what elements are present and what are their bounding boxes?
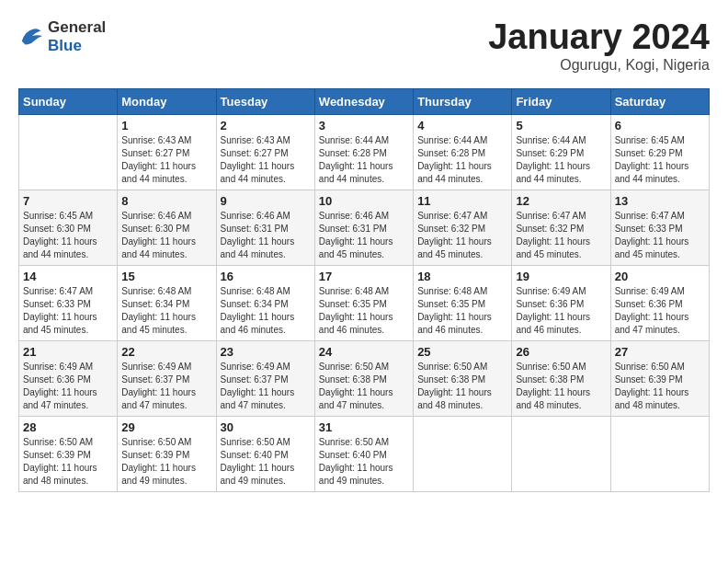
day-info: Sunrise: 6:47 AM Sunset: 6:32 PM Dayligh… [417, 210, 507, 261]
calendar-cell: 30Sunrise: 6:50 AM Sunset: 6:40 PM Dayli… [216, 416, 314, 491]
day-info: Sunrise: 6:43 AM Sunset: 6:27 PM Dayligh… [221, 134, 311, 186]
day-info: Sunrise: 6:50 AM Sunset: 6:40 PM Dayligh… [319, 436, 409, 488]
calendar-week-row: 14Sunrise: 6:47 AM Sunset: 6:33 PM Dayli… [19, 265, 710, 340]
calendar-cell: 12Sunrise: 6:47 AM Sunset: 6:32 PM Dayli… [512, 190, 610, 265]
day-info: Sunrise: 6:49 AM Sunset: 6:36 PM Dayligh… [23, 361, 113, 412]
day-number: 23 [221, 345, 311, 359]
calendar-cell: 2Sunrise: 6:43 AM Sunset: 6:27 PM Daylig… [216, 114, 314, 190]
day-info: Sunrise: 6:46 AM Sunset: 6:31 PM Dayligh… [221, 210, 311, 261]
calendar-cell [610, 416, 709, 491]
calendar-cell: 4Sunrise: 6:44 AM Sunset: 6:28 PM Daylig… [414, 114, 512, 190]
page-header: General Blue January 2024 Ogurugu, Kogi,… [18, 18, 710, 74]
day-number: 10 [319, 194, 409, 208]
day-info: Sunrise: 6:48 AM Sunset: 6:35 PM Dayligh… [417, 285, 507, 337]
day-number: 20 [615, 270, 705, 283]
calendar-cell: 21Sunrise: 6:49 AM Sunset: 6:36 PM Dayli… [19, 340, 118, 416]
day-info: Sunrise: 6:45 AM Sunset: 6:29 PM Dayligh… [615, 134, 705, 186]
day-info: Sunrise: 6:49 AM Sunset: 6:37 PM Dayligh… [221, 361, 311, 412]
calendar-cell: 19Sunrise: 6:49 AM Sunset: 6:36 PM Dayli… [512, 265, 610, 340]
day-info: Sunrise: 6:47 AM Sunset: 6:33 PM Dayligh… [615, 210, 705, 261]
calendar-cell: 20Sunrise: 6:49 AM Sunset: 6:36 PM Dayli… [610, 265, 709, 340]
calendar-cell: 17Sunrise: 6:48 AM Sunset: 6:35 PM Dayli… [314, 265, 413, 340]
day-info: Sunrise: 6:46 AM Sunset: 6:31 PM Dayligh… [319, 210, 409, 261]
logo-blue: Blue [48, 37, 106, 55]
calendar-cell: 9Sunrise: 6:46 AM Sunset: 6:31 PM Daylig… [216, 190, 314, 265]
day-info: Sunrise: 6:50 AM Sunset: 6:38 PM Dayligh… [319, 361, 409, 412]
day-number: 15 [121, 270, 211, 283]
day-number: 21 [23, 345, 113, 359]
day-info: Sunrise: 6:50 AM Sunset: 6:38 PM Dayligh… [516, 361, 606, 412]
day-number: 8 [121, 194, 211, 208]
day-number: 1 [121, 119, 211, 132]
day-number: 7 [23, 194, 113, 208]
header-day-sunday: Sunday [19, 88, 118, 114]
calendar-cell [19, 114, 118, 190]
day-number: 12 [516, 194, 606, 208]
day-info: Sunrise: 6:48 AM Sunset: 6:34 PM Dayligh… [121, 285, 211, 337]
logo-general: General [48, 18, 106, 37]
calendar-cell: 7Sunrise: 6:45 AM Sunset: 6:30 PM Daylig… [19, 190, 118, 265]
day-info: Sunrise: 6:50 AM Sunset: 6:40 PM Dayligh… [221, 436, 311, 488]
day-info: Sunrise: 6:48 AM Sunset: 6:34 PM Dayligh… [221, 285, 311, 337]
calendar-week-row: 7Sunrise: 6:45 AM Sunset: 6:30 PM Daylig… [19, 190, 710, 265]
day-number: 18 [417, 270, 507, 283]
calendar-cell: 14Sunrise: 6:47 AM Sunset: 6:33 PM Dayli… [19, 265, 118, 340]
calendar-cell: 18Sunrise: 6:48 AM Sunset: 6:35 PM Dayli… [414, 265, 512, 340]
calendar-cell: 3Sunrise: 6:44 AM Sunset: 6:28 PM Daylig… [314, 114, 413, 190]
day-info: Sunrise: 6:50 AM Sunset: 6:39 PM Dayligh… [615, 361, 705, 412]
day-info: Sunrise: 6:45 AM Sunset: 6:30 PM Dayligh… [23, 210, 113, 261]
calendar-cell: 6Sunrise: 6:45 AM Sunset: 6:29 PM Daylig… [610, 114, 709, 190]
calendar-cell: 5Sunrise: 6:44 AM Sunset: 6:29 PM Daylig… [512, 114, 610, 190]
calendar-cell: 26Sunrise: 6:50 AM Sunset: 6:38 PM Dayli… [512, 340, 610, 416]
day-number: 13 [615, 194, 705, 208]
calendar-cell: 24Sunrise: 6:50 AM Sunset: 6:38 PM Dayli… [314, 340, 413, 416]
calendar-cell: 23Sunrise: 6:49 AM Sunset: 6:37 PM Dayli… [216, 340, 314, 416]
header-day-friday: Friday [512, 88, 610, 114]
day-info: Sunrise: 6:47 AM Sunset: 6:33 PM Dayligh… [23, 285, 113, 337]
day-info: Sunrise: 6:50 AM Sunset: 6:39 PM Dayligh… [23, 436, 113, 488]
header-day-saturday: Saturday [610, 88, 709, 114]
calendar-cell [512, 416, 610, 491]
day-number: 19 [516, 270, 606, 283]
calendar-cell: 8Sunrise: 6:46 AM Sunset: 6:30 PM Daylig… [118, 190, 216, 265]
day-info: Sunrise: 6:49 AM Sunset: 6:36 PM Dayligh… [615, 285, 705, 337]
logo: General Blue [18, 18, 106, 54]
day-info: Sunrise: 6:46 AM Sunset: 6:30 PM Dayligh… [121, 210, 211, 261]
calendar-cell: 22Sunrise: 6:49 AM Sunset: 6:37 PM Dayli… [118, 340, 216, 416]
day-number: 4 [417, 119, 507, 132]
day-number: 14 [23, 270, 113, 283]
day-number: 26 [516, 345, 606, 359]
calendar-cell: 15Sunrise: 6:48 AM Sunset: 6:34 PM Dayli… [118, 265, 216, 340]
day-info: Sunrise: 6:43 AM Sunset: 6:27 PM Dayligh… [121, 134, 211, 186]
logo-bird-icon [18, 24, 44, 50]
day-number: 16 [221, 270, 311, 283]
header-day-tuesday: Tuesday [216, 88, 314, 114]
calendar-cell: 1Sunrise: 6:43 AM Sunset: 6:27 PM Daylig… [118, 114, 216, 190]
calendar-cell: 25Sunrise: 6:50 AM Sunset: 6:38 PM Dayli… [414, 340, 512, 416]
calendar-header-row: SundayMondayTuesdayWednesdayThursdayFrid… [19, 88, 710, 114]
day-number: 17 [319, 270, 409, 283]
calendar-cell [414, 416, 512, 491]
calendar-week-row: 1Sunrise: 6:43 AM Sunset: 6:27 PM Daylig… [19, 114, 710, 190]
logo-text: General Blue [48, 18, 106, 54]
header-day-wednesday: Wednesday [314, 88, 413, 114]
day-number: 22 [121, 345, 211, 359]
calendar-cell: 27Sunrise: 6:50 AM Sunset: 6:39 PM Dayli… [610, 340, 709, 416]
day-number: 29 [121, 420, 211, 434]
location: Ogurugu, Kogi, Nigeria [488, 57, 710, 74]
day-number: 24 [319, 345, 409, 359]
day-info: Sunrise: 6:47 AM Sunset: 6:32 PM Dayligh… [516, 210, 606, 261]
day-info: Sunrise: 6:44 AM Sunset: 6:28 PM Dayligh… [417, 134, 507, 186]
day-number: 3 [319, 119, 409, 132]
calendar-week-row: 28Sunrise: 6:50 AM Sunset: 6:39 PM Dayli… [19, 416, 710, 491]
day-number: 5 [516, 119, 606, 132]
day-info: Sunrise: 6:49 AM Sunset: 6:37 PM Dayligh… [121, 361, 211, 412]
calendar-table: SundayMondayTuesdayWednesdayThursdayFrid… [18, 88, 710, 492]
day-number: 2 [221, 119, 311, 132]
day-info: Sunrise: 6:50 AM Sunset: 6:39 PM Dayligh… [121, 436, 211, 488]
calendar-cell: 29Sunrise: 6:50 AM Sunset: 6:39 PM Dayli… [118, 416, 216, 491]
day-info: Sunrise: 6:44 AM Sunset: 6:29 PM Dayligh… [516, 134, 606, 186]
calendar-cell: 28Sunrise: 6:50 AM Sunset: 6:39 PM Dayli… [19, 416, 118, 491]
month-title: January 2024 [488, 18, 710, 57]
day-number: 27 [615, 345, 705, 359]
